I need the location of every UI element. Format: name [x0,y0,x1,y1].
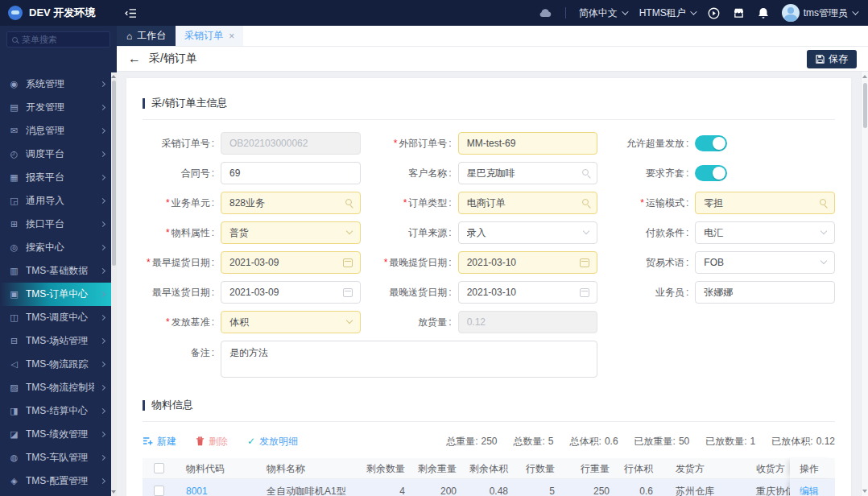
user-menu[interactable]: tms管理员 [782,4,857,22]
material-table: 物料代码 物料名称 剩余数量 剩余重量 剩余体积 行数量 行重量 行体积 发货方… [143,458,835,496]
stat-item: 已放数量1 [705,435,755,448]
sidebar-item[interactable]: ◫ TMS-调度中心 [0,306,111,329]
stat-label: 已放数量 [705,436,750,447]
sidebar-item[interactable]: ◎ 搜索中心 [0,236,111,259]
sidebar-item[interactable]: ◴ 调度平台 [0,143,111,166]
page-header: ← 采/销订单 保存 [117,47,868,72]
app-window: DEV 开发环境 简体中文 HTMS租户 [0,0,868,496]
require-complete-label: 要求齐套 [617,167,695,180]
external-order-no-label: 外部订单号 [380,137,458,151]
tab-workbench[interactable]: ⌂ 工作台 [117,26,176,46]
language-menu[interactable]: 简体中文 [579,6,626,20]
search-icon [12,37,18,43]
vertical-scrollbar[interactable] [861,72,868,496]
remark-label: 备注 [143,346,221,360]
line-volume-cell: 0.6 [621,479,664,496]
close-icon[interactable]: × [229,31,234,42]
section-bar [143,400,145,411]
release-basis-label: 发放基准 [143,316,221,329]
menu-item-icon: ◈ [9,476,19,486]
scroll-up-icon[interactable] [862,75,867,78]
sidebar-item[interactable]: ⊟ TMS-场站管理 [0,329,111,353]
edit-link[interactable]: 编辑 [800,486,819,496]
topbar-divider [565,7,566,19]
require-complete-toggle[interactable] [695,165,727,181]
sidebar-item[interactable]: ▥ TMS-基础数据 [0,259,111,283]
earliest-delivery-date-input[interactable] [221,281,361,304]
scrollbar-thumb[interactable] [112,81,116,266]
stat-value: 250 [481,436,497,447]
material-toolbar: 新建 删除 ✓ 发放明细 总重量250总数量5总体积0.6已放重量50已放数量1… [143,432,835,450]
scrollbar-thumb[interactable] [863,83,867,128]
latest-pickup-date-input[interactable] [458,251,598,274]
col-remain-volume: 剩余体积 [468,458,519,479]
earliest-pickup-date-input[interactable] [221,251,361,274]
sidebar-item[interactable]: ◪ TMS-绩效管理 [0,423,111,446]
help-play-icon[interactable] [708,7,720,19]
bell-icon[interactable] [758,7,769,19]
latest-delivery-date-input[interactable] [458,281,598,304]
release-basis-select[interactable] [221,311,361,333]
material-code-link[interactable]: 8001 [186,486,208,496]
col-shipper: 发货方 [664,458,745,479]
menu-search-input[interactable] [22,35,105,44]
sidebar-item[interactable]: ◁ TMS-物流跟踪 [0,353,111,376]
sidebar-item[interactable]: ◉ 系统管理 [0,72,111,96]
salesman-input[interactable] [695,281,835,304]
payment-terms-select[interactable] [695,221,835,244]
material-attr-select[interactable] [221,221,361,244]
remark-textarea[interactable]: 是的方法 [221,341,597,378]
scroll-down-icon[interactable] [862,490,867,493]
contract-no-input[interactable] [221,162,361,184]
menu-search-box[interactable] [6,31,110,48]
sidebar-item[interactable]: ◲ 通用导入 [0,189,111,213]
payment-terms-label: 付款条件 [617,226,695,240]
sidebar-item[interactable]: ▦ 报表平台 [0,166,111,189]
external-order-no-input[interactable] [458,132,598,155]
sidebar-item[interactable]: ◈ TMS-配置管理 [0,469,111,493]
order-source-select[interactable] [458,221,598,244]
order-type-input[interactable] [458,192,598,214]
transport-mode-input[interactable] [695,192,835,214]
sidebar-item[interactable]: ⊞ 接口平台 [0,213,111,236]
back-icon[interactable]: ← [128,52,141,65]
menu-item-label: 搜索中心 [26,241,94,254]
row-checkbox[interactable] [154,486,164,496]
tab-purchase-sales-order[interactable]: 采销订单 × [176,26,243,46]
cloud-sync-icon[interactable] [539,8,552,18]
business-unit-input[interactable] [221,192,361,214]
sidebar-item[interactable]: ◌ TMS-流程引擎 [0,493,111,496]
scroll-down-icon[interactable] [111,490,116,494]
sidebar-item[interactable]: ✉ 消息管理 [0,119,111,143]
delete-button[interactable]: 删除 [196,435,228,448]
store-icon[interactable] [733,7,745,19]
field-allow-over-release: 允许超量发放 [617,132,835,155]
release-detail-button[interactable]: ✓ 发放明细 [247,435,298,448]
scroll-up-icon[interactable] [111,75,116,78]
topbar: DEV 开发环境 简体中文 HTMS租户 [0,0,868,26]
check-icon: ✓ [247,436,255,447]
tab-bar: ⌂ 工作台 采销订单 × [117,26,868,47]
col-material-code: 物料代码 [175,458,255,479]
allow-over-release-toggle[interactable] [695,135,727,151]
table-row[interactable]: 8001 全自动咖啡机A1型 4 200 0.48 5 250 0.6 苏州仓库… [143,479,835,496]
new-button[interactable]: 新建 [143,435,176,448]
menu-item-icon: ◫ [9,312,19,323]
sidebar-item[interactable]: ◨ TMS-结算中心 [0,399,111,423]
select-all-checkbox[interactable] [154,463,164,473]
sidebar-item[interactable]: ▨ TMS-物流控制塔 [0,376,111,399]
sidebar-item[interactable]: ▣ TMS-订单中心 [0,283,111,306]
chevron-right-icon [100,221,105,227]
tenant-menu[interactable]: HTMS租户 [639,6,695,20]
save-button[interactable]: 保存 [807,50,857,68]
stat-item: 总数量5 [514,435,554,448]
customer-name-input[interactable] [458,162,598,184]
trade-terms-select[interactable] [695,251,835,274]
sidebar-collapse-icon[interactable] [125,8,137,19]
field-business-unit: 业务单元 [143,192,361,214]
sidebar-item[interactable]: ◍ TMS-车队管理 [0,446,111,469]
chevron-right-icon [100,432,105,437]
field-contract-no: 合同号 [143,162,361,184]
sidebar-scrollbar[interactable] [111,72,117,496]
sidebar-item[interactable]: ▤ 开发管理 [0,96,111,119]
